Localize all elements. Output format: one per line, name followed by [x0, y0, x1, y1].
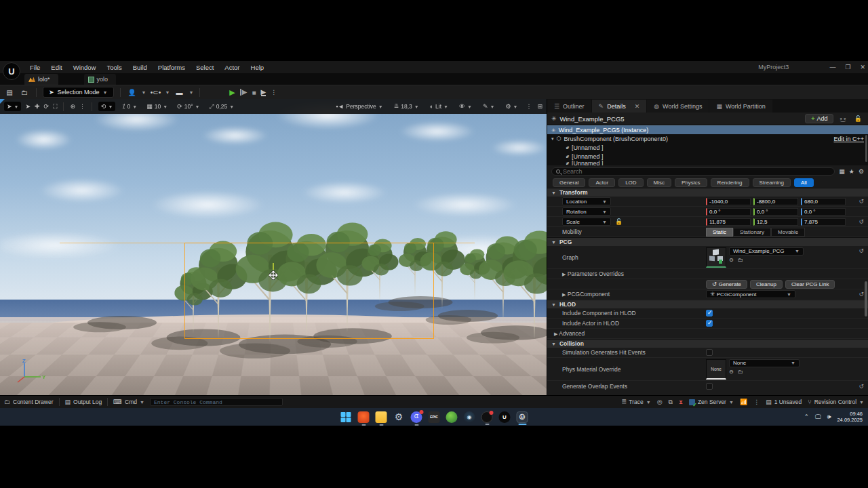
rotation-y-field[interactable]: 0,0 ° — [753, 208, 798, 216]
chip-general[interactable]: General — [553, 178, 585, 187]
menu-build[interactable]: Build — [127, 62, 153, 73]
status-more-icon[interactable]: ⋮ — [753, 399, 760, 405]
cmd-dropdown[interactable]: ⌨Cmd▼ — [113, 399, 144, 405]
unlocked-icon[interactable]: 🔓 — [852, 115, 864, 122]
menu-file[interactable]: File — [24, 62, 45, 73]
tab-asset-yolo[interactable]: yolo — [84, 74, 117, 85]
menu-tools[interactable]: Tools — [101, 62, 127, 73]
rotation-z-field[interactable]: 0,0 ° — [801, 208, 846, 216]
volume-icon[interactable]: 🕪 — [827, 413, 831, 421]
reset-location-icon[interactable]: ↺ — [859, 198, 864, 205]
scale-dropdown[interactable]: Scale▼ — [562, 218, 611, 226]
menu-edit[interactable]: Edit — [45, 62, 67, 73]
chip-lod[interactable]: LOD — [618, 178, 643, 187]
menu-actor[interactable]: Actor — [219, 62, 245, 73]
snapshot-icon[interactable]: ⧉ — [669, 399, 673, 406]
move-tool-icon[interactable]: ✚ — [35, 103, 40, 110]
row-parameters-overrides[interactable]: ▶ Parameters Overrides — [547, 269, 868, 279]
mobility-movable[interactable]: Movable — [771, 228, 805, 237]
chip-all[interactable]: All — [794, 178, 814, 187]
location-x-field[interactable]: -1040,0 — [706, 198, 751, 205]
close-tab-icon[interactable]: ✕ — [635, 103, 640, 110]
epic-games-icon[interactable]: EPIC — [429, 411, 440, 423]
section-collision[interactable]: ▼Collision — [547, 339, 868, 348]
chip-streaming[interactable]: Streaming — [753, 178, 791, 187]
content-drawer-button[interactable]: 🗀Content Drawer — [4, 399, 54, 405]
mobility-stationary[interactable]: Stationary — [733, 228, 771, 237]
steam-icon[interactable]: ◉ — [464, 411, 475, 423]
scale-lock-icon[interactable]: 🔓 — [615, 218, 623, 225]
favorites-icon[interactable]: ★ — [849, 168, 854, 175]
scale-y-field[interactable]: 12,5 — [753, 218, 798, 226]
menu-platforms[interactable]: Platforms — [153, 62, 191, 73]
obs-icon[interactable] — [481, 411, 493, 423]
component-row-unnamed-2[interactable]: ⸙ [Unnamed ] — [547, 152, 868, 161]
taskbar-clock[interactable]: 09:46 24.09.2025 — [837, 411, 863, 424]
select-tool-icon[interactable]: ➤ — [25, 103, 31, 110]
stop-button[interactable]: ■ — [252, 89, 256, 96]
blueprints-icon[interactable]: •⊂• — [150, 87, 161, 98]
file-explorer-icon[interactable] — [376, 411, 387, 423]
globe-app-icon[interactable] — [446, 411, 458, 423]
maximize-button[interactable]: ❐ — [845, 64, 850, 70]
transform-tool-dropdown[interactable]: ➤▼ — [4, 102, 21, 111]
unsaved-button[interactable]: ▤1 Unsaved — [766, 399, 802, 405]
tab-level-lolo[interactable]: lolo* — [24, 74, 58, 85]
scale-z-field[interactable]: 7,875 — [801, 218, 846, 226]
reset-graph-icon[interactable]: ↺ — [859, 247, 864, 254]
location-z-field[interactable]: 680,0 — [801, 198, 846, 205]
add-actor-icon[interactable]: 👤 — [127, 87, 138, 98]
section-hlod[interactable]: ▼HLOD — [547, 300, 868, 308]
chip-actor[interactable]: Actor — [589, 178, 615, 187]
menu-window[interactable]: Window — [68, 62, 102, 73]
edit-in-cpp-link[interactable]: Edit in C++ — [833, 136, 864, 142]
component-row-unnamed-1[interactable]: ⸙ [Unnamed ] — [547, 143, 868, 152]
network-icon[interactable]: 🖵 — [815, 413, 821, 421]
maximize-viewport-icon[interactable]: ⊞ — [537, 103, 542, 110]
unreal-engine-icon[interactable]: U — [499, 411, 511, 423]
cleanup-button[interactable]: Cleanup — [750, 280, 783, 289]
menu-select[interactable]: Select — [191, 62, 219, 73]
chip-rendering[interactable]: Rendering — [711, 178, 749, 187]
discord-icon[interactable]: ᗧ — [411, 411, 422, 423]
viewport-settings-dropdown[interactable]: ⚙▼ — [502, 102, 520, 111]
percent-snap-dropdown[interactable]: ⁒0▼ — [119, 102, 140, 111]
include-actor-checkbox[interactable] — [706, 320, 713, 327]
location-dropdown[interactable]: Location▼ — [562, 197, 611, 205]
sim-hit-events-checkbox[interactable] — [706, 349, 713, 356]
play-options-icon[interactable]: ⋮ — [271, 89, 277, 96]
rotation-dropdown[interactable]: Rotation▼ — [562, 207, 611, 216]
move-gizmo[interactable] — [266, 263, 281, 283]
chip-misc[interactable]: Misc — [647, 178, 671, 187]
browse-to-asset-icon[interactable]: 🗀 — [738, 257, 743, 263]
pcg-component-dropdown[interactable]: ✳ PCGComponent▼ — [706, 290, 795, 298]
section-transform[interactable]: ▼Transform — [547, 188, 868, 197]
blueprint-convert-icon[interactable]: ∘͜∘ — [837, 115, 848, 122]
component-tree-scrollbar[interactable] — [865, 135, 867, 162]
use-selected-asset-icon[interactable]: ⊖ — [729, 257, 734, 263]
scale-snap-dropdown[interactable]: ⤢0,25▼ — [206, 102, 237, 112]
view-mode-dropdown[interactable]: ◐Lit▼ — [427, 102, 451, 111]
rotation-snap-dropdown[interactable]: ⟳10°▼ — [174, 102, 202, 111]
brave-icon[interactable] — [358, 411, 370, 423]
tab-outliner[interactable]: ☰Outliner — [547, 100, 591, 113]
play-button[interactable]: ▶ — [229, 88, 235, 97]
insights-icon[interactable]: ⧗ — [679, 399, 683, 406]
tray-chevron-icon[interactable]: ⌃ — [804, 413, 810, 420]
phys-material-thumbnail[interactable]: None — [706, 359, 726, 380]
menu-help[interactable]: Help — [245, 62, 270, 73]
reset-overlap-icon[interactable]: ↺ — [859, 383, 864, 390]
reset-pcg-component-icon[interactable]: ↺ — [859, 291, 864, 298]
tab-details[interactable]: ✎Details✕ — [592, 100, 647, 113]
section-pcg[interactable]: ▼PCG — [547, 237, 868, 246]
scale-x-field[interactable]: 11,875 — [706, 218, 751, 226]
generate-button[interactable]: ↺Generate — [706, 280, 747, 289]
tab-world-partition[interactable]: ▦World Partition — [709, 100, 772, 113]
mobility-static[interactable]: Static — [706, 228, 733, 237]
reset-scale-icon[interactable]: ↺ — [859, 218, 864, 225]
viewport-more-icon[interactable]: ⋮ — [79, 103, 85, 110]
chip-physics[interactable]: Physics — [675, 178, 707, 187]
world-space-icon[interactable]: ⊕ — [70, 103, 75, 110]
tab-world-settings[interactable]: ◍World Settings — [647, 100, 709, 113]
launch-button[interactable]: ▶ — [261, 89, 267, 96]
